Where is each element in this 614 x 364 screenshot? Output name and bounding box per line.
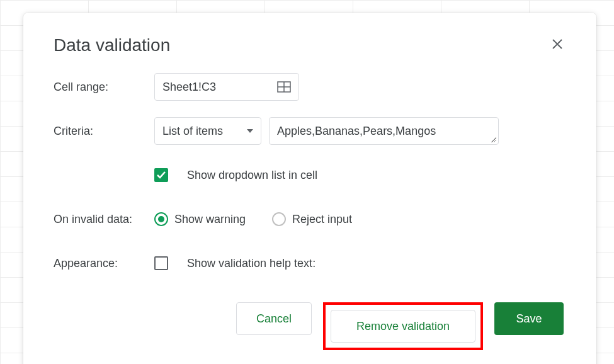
- criteria-row: Criteria: List of items Apples,Bananas,P…: [54, 117, 566, 145]
- cell-range-row: Cell range: Sheet1!C3: [54, 73, 566, 101]
- show-warning-label: Show warning: [174, 213, 246, 226]
- select-range-icon[interactable]: [277, 81, 291, 93]
- annotation-highlight: Remove validation: [323, 302, 483, 350]
- appearance-label: Appearance:: [54, 257, 154, 270]
- criteria-type-dropdown[interactable]: List of items: [154, 117, 261, 145]
- show-dropdown-row: Show dropdown list in cell: [54, 161, 566, 189]
- chevron-down-icon: [247, 129, 253, 133]
- dialog-header: Data validation: [54, 35, 566, 55]
- remove-validation-button[interactable]: Remove validation: [331, 310, 475, 343]
- appearance-row: Appearance: Show validation help text:: [54, 249, 566, 277]
- save-button[interactable]: Save: [494, 302, 564, 335]
- show-dropdown-checkbox[interactable]: [154, 168, 168, 182]
- show-dropdown-label: Show dropdown list in cell: [187, 169, 317, 182]
- dialog-title: Data validation: [54, 35, 170, 55]
- dialog-button-row: Cancel Remove validation Save: [54, 302, 566, 350]
- help-text-label: Show validation help text:: [187, 257, 316, 270]
- close-icon[interactable]: [549, 35, 566, 55]
- help-text-checkbox[interactable]: [154, 256, 168, 270]
- invalid-data-row: On invalid data: Show warning Reject inp…: [54, 205, 566, 233]
- invalid-data-label: On invalid data:: [54, 213, 154, 226]
- data-validation-dialog: Data validation Cell range: Sheet1!C3 Cr…: [23, 13, 596, 364]
- reject-input-label: Reject input: [292, 213, 352, 226]
- criteria-items-value: Apples,Bananas,Pears,Mangos: [277, 125, 436, 138]
- cancel-button[interactable]: Cancel: [236, 302, 312, 335]
- cell-range-value: Sheet1!C3: [162, 81, 216, 94]
- cell-range-input[interactable]: Sheet1!C3: [154, 73, 299, 101]
- cell-range-label: Cell range:: [54, 81, 154, 94]
- criteria-type-value: List of items: [162, 125, 223, 138]
- reject-input-radio[interactable]: [272, 212, 286, 226]
- criteria-label: Criteria:: [54, 125, 154, 138]
- criteria-items-input[interactable]: Apples,Bananas,Pears,Mangos: [269, 117, 499, 145]
- show-warning-radio[interactable]: [154, 212, 168, 226]
